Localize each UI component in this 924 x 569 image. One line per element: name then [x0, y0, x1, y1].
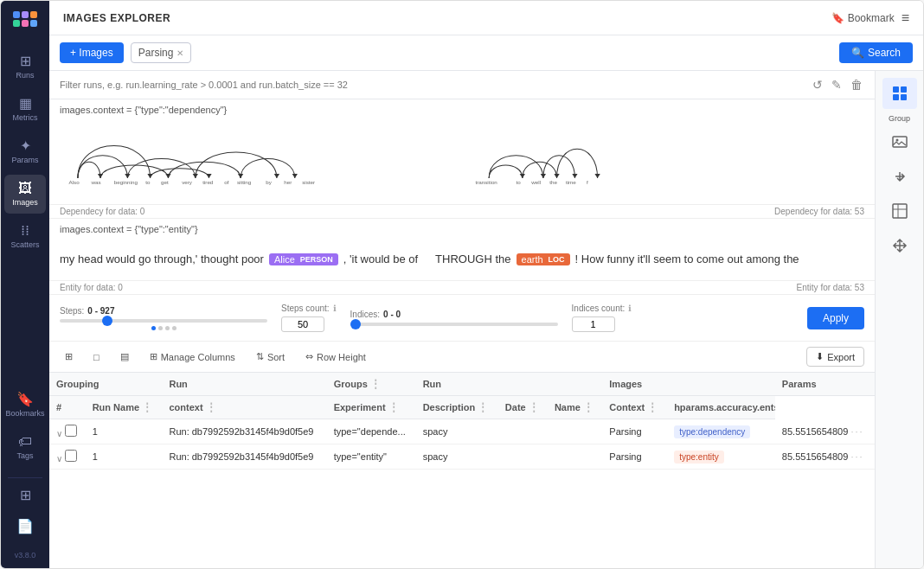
- row-run-name: Run: db7992592b3145f4b9d0f5e9: [162, 444, 326, 470]
- expand-button[interactable]: ∨: [56, 429, 62, 438]
- bookmark-button[interactable]: 🔖 Bookmark: [831, 12, 895, 24]
- rp-image-button[interactable]: [882, 126, 917, 157]
- slider-area: Steps: 0 - 927: [49, 295, 875, 342]
- filter-bar: ↺ ✎ 🗑: [49, 71, 875, 99]
- svg-rect-2: [13, 20, 20, 27]
- row-menu[interactable]: ···: [850, 426, 863, 437]
- params-icon: ✦: [20, 139, 31, 153]
- sidebar-item-metrics[interactable]: ▦ Metrics: [4, 90, 46, 129]
- filter-delete-button[interactable]: 🗑: [849, 76, 864, 93]
- svg-text:tired: tired: [202, 179, 214, 185]
- svg-marker-18: [98, 174, 103, 178]
- col-params: Params: [775, 373, 875, 396]
- table-toolbar: ⊞ □ ▤ ⊞ Manage Columns ⇅ Sort ⇔: [49, 342, 875, 373]
- entity-area: my head would go through,' thought poor …: [49, 238, 875, 281]
- filter-input[interactable]: [60, 80, 804, 90]
- toolbar: + Images Parsing ✕ 🔍 Search: [49, 35, 923, 71]
- group-button[interactable]: [882, 78, 917, 109]
- row-context: type="depende...: [327, 419, 416, 444]
- sidebar-item-docs[interactable]: 📄: [4, 513, 46, 540]
- sidebar-item-bookmarks[interactable]: 🔖 Bookmarks: [4, 386, 46, 425]
- scatters-icon: ⁞⁞: [21, 224, 29, 238]
- metrics-icon: ▦: [19, 97, 32, 111]
- table-wrapper: Grouping Run Groups ⋮ Run Images Params …: [49, 373, 875, 568]
- col-name: Name ⋮: [548, 396, 602, 419]
- row-menu[interactable]: ···: [850, 451, 863, 462]
- row-image-name: Parsing: [602, 419, 667, 444]
- row-checkbox[interactable]: [65, 425, 77, 437]
- dep-footer: Dependecy for data: 0 Dependecy for data…: [49, 205, 875, 219]
- runs-icon: ⊞: [20, 54, 31, 68]
- apply-button[interactable]: Apply: [807, 307, 864, 329]
- svg-rect-41: [901, 94, 907, 100]
- sidebar-item-label: Metrics: [13, 113, 38, 122]
- svg-marker-20: [147, 174, 152, 178]
- context-badge: type:entity: [674, 451, 724, 464]
- view-list-button[interactable]: ▤: [115, 348, 134, 365]
- manage-columns-button[interactable]: ⊞ Manage Columns: [144, 348, 241, 365]
- sidebar-item-plugins[interactable]: ⊞: [4, 482, 46, 509]
- indices-range-input[interactable]: [350, 323, 558, 326]
- sidebar-item-label: Bookmarks: [6, 409, 45, 418]
- steps-range-input[interactable]: [60, 319, 267, 323]
- steps-count-group: Steps count: ℹ: [281, 304, 337, 332]
- table-row: ∨ 1 Run: db7992592b3145f4b9d0f5e9 type="…: [49, 419, 875, 444]
- row-height-button[interactable]: ⇔ Row Height: [300, 348, 371, 365]
- svg-point-43: [895, 139, 898, 142]
- sidebar-item-label: Images: [12, 198, 38, 207]
- svg-rect-38: [893, 86, 899, 93]
- tag-label: Parsing: [138, 47, 174, 59]
- row-image-context: type:entity: [667, 444, 775, 470]
- layout-with-right: ↺ ✎ 🗑 images.context = {"type":"dependen…: [49, 71, 923, 568]
- steps-dots: [60, 326, 267, 330]
- sidebar-item-params[interactable]: ✦ Params: [4, 132, 46, 171]
- rp-transform-button[interactable]: [882, 161, 917, 192]
- entity-loc-tag: earth LOC: [517, 253, 570, 265]
- svg-text:sister: sister: [302, 179, 315, 185]
- steps-range: [60, 319, 267, 323]
- expand-button[interactable]: ∨: [56, 454, 62, 464]
- entity-context-label: images.context = {"type":"entity"}: [49, 219, 875, 238]
- menu-icon[interactable]: ≡: [902, 10, 909, 26]
- data-table: Grouping Run Groups ⋮ Run Images Params …: [49, 373, 875, 470]
- rp-image2-button[interactable]: [882, 195, 917, 227]
- svg-rect-39: [901, 86, 907, 93]
- svg-text:was: was: [91, 179, 101, 185]
- svg-rect-1: [22, 11, 29, 18]
- svg-text:well: well: [530, 179, 541, 185]
- steps-count-input[interactable]: [281, 316, 324, 332]
- svg-rect-5: [30, 20, 37, 27]
- svg-text:Also: Also: [68, 179, 80, 185]
- filter-refresh-button[interactable]: ↺: [811, 76, 825, 93]
- header: IMAGES EXPLORER 🔖 Bookmark ≡: [49, 1, 923, 35]
- sidebar-item-images[interactable]: 🖼 Images: [4, 175, 46, 214]
- tag-close-button[interactable]: ✕: [176, 48, 183, 58]
- svg-text:beginning: beginning: [114, 179, 138, 185]
- entity-text-pre: my head would go through,' thought poor: [60, 253, 264, 265]
- indices-count-input[interactable]: [572, 316, 615, 332]
- svg-rect-3: [22, 20, 29, 27]
- add-images-button[interactable]: + Images: [60, 42, 124, 63]
- sidebar-bottom: 🔖 Bookmarks 🏷 Tags ⊞ 📄 v3.8.0: [4, 386, 46, 559]
- search-button[interactable]: 🔍 Search: [839, 42, 913, 63]
- view-grid-button[interactable]: ⊞: [60, 348, 78, 365]
- table-row: ∨ 1 Run: db7992592b3145f4b9d0f5e9 type="…: [49, 444, 875, 470]
- svg-marker-25: [274, 174, 279, 178]
- sidebar-item-runs[interactable]: ⊞ Runs: [4, 48, 46, 86]
- rp-move-button[interactable]: [882, 230, 917, 261]
- dep-chart-left: Also was beginning to get very tired of …: [60, 122, 458, 201]
- svg-rect-42: [893, 137, 907, 147]
- export-button[interactable]: ⬇ Export: [806, 347, 864, 367]
- sort-button[interactable]: ⇅ Sort: [251, 348, 290, 365]
- row-description: [498, 419, 548, 444]
- row-run-name: Run: db7992592b3145f4b9d0f5e9: [162, 419, 326, 444]
- row-checkbox[interactable]: [65, 450, 77, 462]
- sidebar-item-scatters[interactable]: ⁞⁞ Scatters: [4, 217, 46, 256]
- col-hash: #: [49, 396, 86, 419]
- sidebar-item-tags[interactable]: 🏷 Tags: [4, 428, 46, 467]
- group-label: Group: [889, 114, 910, 123]
- entity-text-mid: , 'it would be of: [343, 253, 418, 265]
- col-run-main: Run: [162, 373, 326, 396]
- filter-edit-button[interactable]: ✎: [830, 76, 844, 93]
- view-single-button[interactable]: □: [88, 349, 105, 365]
